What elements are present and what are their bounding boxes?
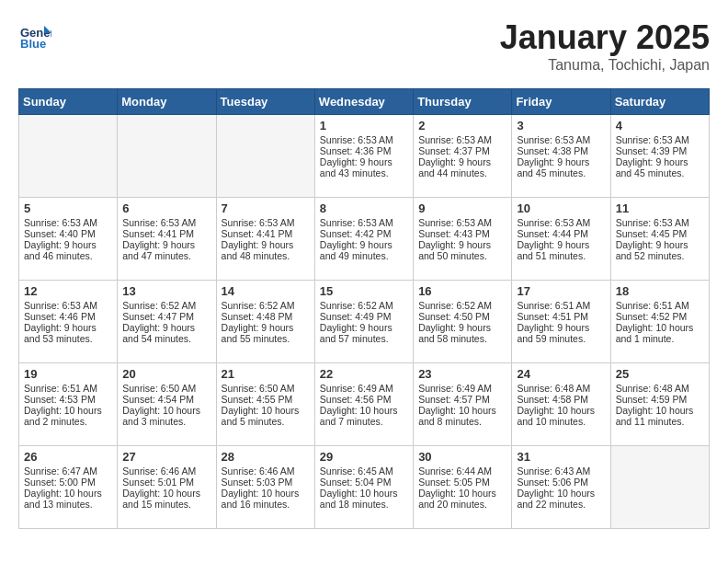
day-number: 4 xyxy=(616,119,704,132)
month-title: January 2025 xyxy=(500,18,710,57)
day-number: 30 xyxy=(418,450,506,464)
header-day: Saturday xyxy=(610,89,709,115)
calendar-cell: 9Sunrise: 6:53 AMSunset: 4:43 PMDaylight… xyxy=(414,198,512,281)
location: Tanuma, Tochichi, Japan xyxy=(500,57,710,74)
day-info: Sunrise: 6:50 AMSunset: 4:54 PMDaylight:… xyxy=(122,383,200,427)
day-number: 8 xyxy=(320,201,408,215)
day-number: 17 xyxy=(517,284,605,298)
day-number: 10 xyxy=(517,201,605,215)
title-area: January 2025 Tanuma, Tochichi, Japan xyxy=(500,18,710,74)
day-number: 25 xyxy=(616,367,704,381)
day-number: 9 xyxy=(418,201,506,215)
header-day: Sunday xyxy=(19,89,118,115)
calendar-cell: 16Sunrise: 6:52 AMSunset: 4:50 PMDayligh… xyxy=(414,281,512,363)
day-number: 14 xyxy=(222,284,310,298)
day-number: 22 xyxy=(320,367,408,381)
calendar-cell: 23Sunrise: 6:49 AMSunset: 4:57 PMDayligh… xyxy=(414,363,512,446)
day-info: Sunrise: 6:53 AMSunset: 4:42 PMDaylight:… xyxy=(320,217,393,261)
day-info: Sunrise: 6:53 AMSunset: 4:40 PMDaylight:… xyxy=(24,217,97,261)
calendar-cell xyxy=(216,115,314,198)
calendar-cell: 5Sunrise: 6:53 AMSunset: 4:40 PMDaylight… xyxy=(19,198,118,281)
calendar-cell: 24Sunrise: 6:48 AMSunset: 4:58 PMDayligh… xyxy=(512,363,610,446)
calendar-table: SundayMondayTuesdayWednesdayThursdayFrid… xyxy=(18,88,710,529)
day-info: Sunrise: 6:46 AMSunset: 5:01 PMDaylight:… xyxy=(122,465,200,510)
day-info: Sunrise: 6:48 AMSunset: 4:59 PMDaylight:… xyxy=(616,383,694,427)
day-info: Sunrise: 6:53 AMSunset: 4:37 PMDaylight:… xyxy=(418,134,492,178)
calendar-cell: 18Sunrise: 6:51 AMSunset: 4:52 PMDayligh… xyxy=(610,281,709,363)
logo-icon: General Blue xyxy=(18,18,51,52)
day-info: Sunrise: 6:50 AMSunset: 4:55 PMDaylight:… xyxy=(222,383,300,427)
calendar-cell: 30Sunrise: 6:44 AMSunset: 5:05 PMDayligh… xyxy=(414,446,512,529)
day-info: Sunrise: 6:49 AMSunset: 4:57 PMDaylight:… xyxy=(418,383,496,427)
calendar-cell: 17Sunrise: 6:51 AMSunset: 4:51 PMDayligh… xyxy=(512,281,610,363)
day-number: 16 xyxy=(418,284,506,298)
calendar-cell: 26Sunrise: 6:47 AMSunset: 5:00 PMDayligh… xyxy=(19,446,118,529)
calendar-cell: 25Sunrise: 6:48 AMSunset: 4:59 PMDayligh… xyxy=(610,363,709,446)
calendar-row: 26Sunrise: 6:47 AMSunset: 5:00 PMDayligh… xyxy=(19,446,710,529)
page-header: General Blue January 2025 Tanuma, Tochic… xyxy=(18,18,710,74)
day-info: Sunrise: 6:51 AMSunset: 4:51 PMDaylight:… xyxy=(517,300,590,344)
day-info: Sunrise: 6:53 AMSunset: 4:44 PMDaylight:… xyxy=(517,217,590,261)
day-number: 29 xyxy=(320,450,408,464)
day-info: Sunrise: 6:44 AMSunset: 5:05 PMDaylight:… xyxy=(418,465,496,510)
calendar-cell: 6Sunrise: 6:53 AMSunset: 4:41 PMDaylight… xyxy=(118,198,216,281)
day-info: Sunrise: 6:53 AMSunset: 4:41 PMDaylight:… xyxy=(122,217,196,261)
day-info: Sunrise: 6:52 AMSunset: 4:49 PMDaylight:… xyxy=(320,300,393,344)
calendar-cell: 27Sunrise: 6:46 AMSunset: 5:01 PMDayligh… xyxy=(118,446,216,529)
header-row: SundayMondayTuesdayWednesdayThursdayFrid… xyxy=(19,89,710,115)
day-info: Sunrise: 6:43 AMSunset: 5:06 PMDaylight:… xyxy=(517,465,595,510)
header-day: Tuesday xyxy=(216,89,314,115)
calendar-cell xyxy=(19,115,118,198)
calendar-cell: 29Sunrise: 6:45 AMSunset: 5:04 PMDayligh… xyxy=(314,446,413,529)
day-number: 21 xyxy=(222,367,310,381)
header-day: Wednesday xyxy=(314,89,413,115)
calendar-cell: 20Sunrise: 6:50 AMSunset: 4:54 PMDayligh… xyxy=(118,363,216,446)
svg-text:Blue: Blue xyxy=(20,37,46,51)
day-info: Sunrise: 6:51 AMSunset: 4:52 PMDaylight:… xyxy=(616,300,694,344)
calendar-cell xyxy=(118,115,216,198)
calendar-row: 1Sunrise: 6:53 AMSunset: 4:36 PMDaylight… xyxy=(19,115,710,198)
day-info: Sunrise: 6:53 AMSunset: 4:45 PMDaylight:… xyxy=(616,217,689,261)
calendar-row: 19Sunrise: 6:51 AMSunset: 4:53 PMDayligh… xyxy=(19,363,710,446)
day-info: Sunrise: 6:45 AMSunset: 5:04 PMDaylight:… xyxy=(320,465,398,510)
day-number: 15 xyxy=(320,284,408,298)
day-info: Sunrise: 6:53 AMSunset: 4:36 PMDaylight:… xyxy=(320,134,393,178)
day-number: 13 xyxy=(122,284,210,298)
calendar-cell: 7Sunrise: 6:53 AMSunset: 4:41 PMDaylight… xyxy=(216,198,314,281)
day-info: Sunrise: 6:52 AMSunset: 4:50 PMDaylight:… xyxy=(418,300,492,344)
calendar-row: 12Sunrise: 6:53 AMSunset: 4:46 PMDayligh… xyxy=(19,281,710,363)
header-day: Thursday xyxy=(414,89,512,115)
day-number: 27 xyxy=(122,450,210,464)
calendar-cell: 28Sunrise: 6:46 AMSunset: 5:03 PMDayligh… xyxy=(216,446,314,529)
logo: General Blue xyxy=(18,18,55,52)
day-info: Sunrise: 6:52 AMSunset: 4:48 PMDaylight:… xyxy=(222,300,295,344)
calendar-row: 5Sunrise: 6:53 AMSunset: 4:40 PMDaylight… xyxy=(19,198,710,281)
day-number: 24 xyxy=(517,367,605,381)
day-info: Sunrise: 6:46 AMSunset: 5:03 PMDaylight:… xyxy=(222,465,300,510)
calendar-cell: 21Sunrise: 6:50 AMSunset: 4:55 PMDayligh… xyxy=(216,363,314,446)
calendar-cell: 1Sunrise: 6:53 AMSunset: 4:36 PMDaylight… xyxy=(314,115,413,198)
calendar-cell: 31Sunrise: 6:43 AMSunset: 5:06 PMDayligh… xyxy=(512,446,610,529)
calendar-cell: 8Sunrise: 6:53 AMSunset: 4:42 PMDaylight… xyxy=(314,198,413,281)
day-number: 26 xyxy=(24,450,112,464)
day-info: Sunrise: 6:47 AMSunset: 5:00 PMDaylight:… xyxy=(24,465,102,510)
day-number: 31 xyxy=(517,450,605,464)
day-number: 12 xyxy=(24,284,112,298)
day-info: Sunrise: 6:53 AMSunset: 4:43 PMDaylight:… xyxy=(418,217,492,261)
day-info: Sunrise: 6:51 AMSunset: 4:53 PMDaylight:… xyxy=(24,383,102,427)
day-number: 3 xyxy=(517,119,605,132)
day-number: 5 xyxy=(24,201,112,215)
day-number: 20 xyxy=(122,367,210,381)
day-number: 23 xyxy=(418,367,506,381)
calendar-cell: 11Sunrise: 6:53 AMSunset: 4:45 PMDayligh… xyxy=(610,198,709,281)
calendar-cell: 19Sunrise: 6:51 AMSunset: 4:53 PMDayligh… xyxy=(19,363,118,446)
calendar-cell: 4Sunrise: 6:53 AMSunset: 4:39 PMDaylight… xyxy=(610,115,709,198)
calendar-cell: 2Sunrise: 6:53 AMSunset: 4:37 PMDaylight… xyxy=(414,115,512,198)
calendar-cell: 14Sunrise: 6:52 AMSunset: 4:48 PMDayligh… xyxy=(216,281,314,363)
calendar-cell: 22Sunrise: 6:49 AMSunset: 4:56 PMDayligh… xyxy=(314,363,413,446)
calendar-cell: 12Sunrise: 6:53 AMSunset: 4:46 PMDayligh… xyxy=(19,281,118,363)
calendar-cell: 13Sunrise: 6:52 AMSunset: 4:47 PMDayligh… xyxy=(118,281,216,363)
day-info: Sunrise: 6:52 AMSunset: 4:47 PMDaylight:… xyxy=(122,300,196,344)
day-number: 28 xyxy=(222,450,310,464)
day-number: 1 xyxy=(320,119,408,132)
